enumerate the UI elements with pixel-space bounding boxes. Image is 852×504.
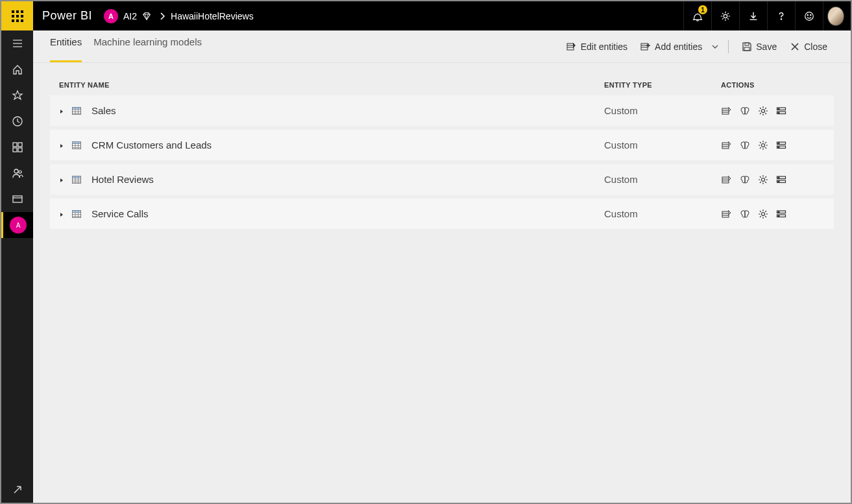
svg-point-19 bbox=[14, 169, 18, 173]
svg-rect-35 bbox=[73, 141, 81, 143]
col-header-name: ENTITY NAME bbox=[59, 81, 604, 89]
svg-rect-25 bbox=[744, 47, 749, 51]
action-settings[interactable] bbox=[757, 174, 769, 186]
action-properties[interactable] bbox=[775, 105, 787, 117]
nav-recent[interactable] bbox=[1, 108, 33, 134]
nav-current-workspace[interactable]: A bbox=[1, 212, 33, 238]
settings-button[interactable] bbox=[711, 1, 739, 30]
action-properties[interactable] bbox=[775, 174, 787, 186]
action-properties[interactable] bbox=[775, 139, 787, 151]
profile-button[interactable] bbox=[823, 1, 851, 30]
action-ml[interactable] bbox=[739, 208, 751, 220]
nav-home[interactable] bbox=[1, 56, 33, 82]
svg-rect-43 bbox=[73, 176, 81, 178]
expand-toggle[interactable] bbox=[59, 208, 68, 220]
star-icon bbox=[12, 90, 23, 101]
feedback-button[interactable] bbox=[795, 1, 823, 30]
add-entities-dropdown[interactable] bbox=[709, 43, 722, 50]
nav-workspaces[interactable] bbox=[1, 186, 33, 212]
entity-row[interactable]: Sales Custom bbox=[50, 95, 834, 126]
nav-shared[interactable] bbox=[1, 160, 33, 186]
svg-rect-32 bbox=[778, 108, 779, 110]
breadcrumb-current[interactable]: HawaiiHotelReviews bbox=[171, 11, 254, 21]
entity-actions bbox=[721, 139, 825, 151]
workspace-avatar[interactable]: A bbox=[104, 9, 118, 23]
tab-entities[interactable]: Entities bbox=[50, 30, 82, 62]
col-header-type: ENTITY TYPE bbox=[604, 81, 721, 89]
save-icon bbox=[742, 42, 752, 52]
entity-name: CRM Customers and Leads bbox=[85, 139, 604, 150]
action-edit[interactable] bbox=[721, 174, 733, 186]
help-button[interactable] bbox=[767, 1, 795, 30]
tab-ml-models[interactable]: Machine learning models bbox=[93, 30, 202, 62]
workspace-name[interactable]: AI2 bbox=[118, 11, 142, 21]
expand-toggle[interactable] bbox=[59, 174, 68, 186]
nav-expand[interactable] bbox=[1, 477, 33, 503]
action-ml[interactable] bbox=[739, 105, 751, 117]
action-edit[interactable] bbox=[721, 208, 733, 220]
close-label: Close bbox=[804, 42, 827, 52]
expand-toggle[interactable] bbox=[59, 105, 68, 117]
add-entities-label: Add entities bbox=[655, 42, 702, 52]
save-button[interactable]: Save bbox=[735, 30, 783, 63]
nav-menu-toggle[interactable] bbox=[1, 30, 33, 56]
smiley-icon bbox=[803, 10, 815, 22]
notifications-button[interactable]: 1 bbox=[683, 1, 711, 30]
action-settings[interactable] bbox=[757, 208, 769, 220]
entity-table-icon bbox=[68, 210, 85, 219]
nav-apps[interactable] bbox=[1, 134, 33, 160]
properties-icon bbox=[776, 140, 786, 150]
entity-row[interactable]: Service Calls Custom bbox=[50, 198, 834, 229]
svg-rect-51 bbox=[73, 210, 81, 212]
gear-icon bbox=[758, 140, 768, 150]
action-ml[interactable] bbox=[739, 139, 751, 151]
svg-point-20 bbox=[19, 171, 21, 173]
add-entities-button[interactable]: Add entities bbox=[634, 30, 709, 63]
brain-icon bbox=[740, 174, 750, 185]
download-icon bbox=[748, 10, 759, 22]
svg-rect-3 bbox=[12, 15, 14, 18]
action-edit[interactable] bbox=[721, 105, 733, 117]
svg-rect-16 bbox=[18, 143, 22, 147]
svg-rect-22 bbox=[567, 43, 574, 50]
properties-icon bbox=[776, 174, 786, 185]
svg-rect-57 bbox=[778, 215, 779, 217]
app-launcher-button[interactable] bbox=[1, 1, 33, 30]
svg-point-29 bbox=[762, 109, 765, 112]
action-settings[interactable] bbox=[757, 105, 769, 117]
gear-icon bbox=[758, 174, 768, 185]
svg-rect-21 bbox=[13, 196, 22, 202]
svg-point-9 bbox=[724, 14, 727, 18]
user-avatar bbox=[827, 6, 844, 26]
expand-toggle[interactable] bbox=[59, 139, 68, 151]
edit-entities-button[interactable]: Edit entities bbox=[560, 30, 634, 63]
chevron-down-icon bbox=[712, 43, 718, 50]
action-properties[interactable] bbox=[775, 208, 787, 220]
entity-row[interactable]: CRM Customers and Leads Custom bbox=[50, 130, 834, 160]
workspace-chip: A bbox=[10, 217, 27, 234]
table-header: ENTITY NAME ENTITY TYPE ACTIONS bbox=[50, 75, 834, 95]
clock-icon bbox=[12, 115, 23, 127]
entity-type: Custom bbox=[604, 174, 721, 185]
svg-point-53 bbox=[762, 212, 765, 215]
svg-point-45 bbox=[762, 178, 765, 181]
entity-type: Custom bbox=[604, 105, 721, 116]
nav-favorites[interactable] bbox=[1, 82, 33, 108]
svg-rect-0 bbox=[12, 10, 14, 13]
action-edit[interactable] bbox=[721, 139, 733, 151]
svg-rect-33 bbox=[778, 112, 779, 114]
svg-rect-7 bbox=[16, 19, 19, 22]
close-button[interactable]: Close bbox=[783, 30, 834, 63]
people-icon bbox=[12, 167, 23, 179]
svg-rect-5 bbox=[21, 15, 23, 18]
svg-rect-17 bbox=[13, 148, 17, 152]
entity-actions bbox=[721, 208, 825, 220]
entity-name: Hotel Reviews bbox=[85, 174, 604, 185]
action-ml[interactable] bbox=[739, 174, 751, 186]
download-button[interactable] bbox=[739, 1, 767, 30]
add-table-icon bbox=[640, 42, 651, 52]
action-settings[interactable] bbox=[757, 139, 769, 151]
svg-point-37 bbox=[762, 143, 765, 147]
table-icon bbox=[72, 175, 81, 184]
entity-row[interactable]: Hotel Reviews Custom bbox=[50, 164, 834, 195]
